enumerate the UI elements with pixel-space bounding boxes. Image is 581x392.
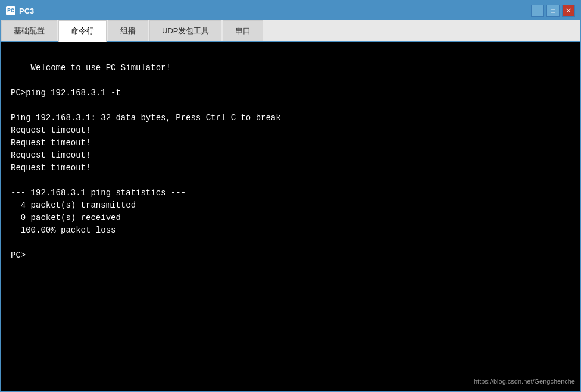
tab-multicast[interactable]: 组播 <box>108 20 148 41</box>
terminal-output[interactable]: Welcome to use PC Simulator! PC>ping 192… <box>1 42 580 391</box>
tab-serial[interactable]: 串口 <box>223 20 263 41</box>
tab-bar: 基础配置 命令行 组播 UDP发包工具 串口 <box>1 20 580 42</box>
tab-basic-config[interactable]: 基础配置 <box>1 20 57 41</box>
maximize-button[interactable]: □ <box>546 5 560 17</box>
window-icon: PC <box>6 6 15 15</box>
tab-command-line[interactable]: 命令行 <box>58 20 107 42</box>
title-bar: PC PC3 ─ □ ✕ <box>1 1 580 20</box>
title-controls: ─ □ ✕ <box>531 5 575 17</box>
main-window: PC PC3 ─ □ ✕ 基础配置 命令行 组播 UDP发包工具 串口 Welc… <box>0 0 581 392</box>
watermark: https://blog.csdn.net/Gengchenche <box>474 377 575 387</box>
minimize-button[interactable]: ─ <box>531 5 544 17</box>
terminal-content: Welcome to use PC Simulator! PC>ping 192… <box>11 63 281 260</box>
tab-udp-tool[interactable]: UDP发包工具 <box>149 20 221 41</box>
window-title: PC3 <box>19 7 34 15</box>
title-bar-left: PC PC3 <box>6 6 34 15</box>
close-button[interactable]: ✕ <box>562 5 575 17</box>
